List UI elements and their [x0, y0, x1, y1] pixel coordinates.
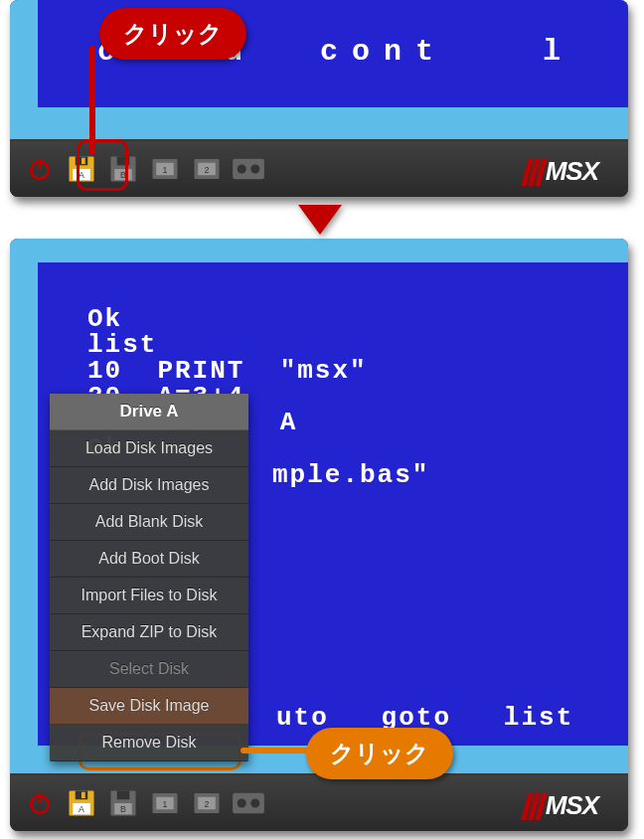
menu-item-import-files[interactable]: Import Files to Disk: [50, 578, 248, 614]
power-icon[interactable]: [22, 785, 58, 821]
menu-item-remove-disk[interactable]: Remove Disk: [50, 725, 248, 761]
menu-header: Drive A: [50, 394, 248, 430]
emulator-panel-bottom: Ok list 10 PRINT "msx" 20 A=3+4 30 PRINT…: [10, 239, 628, 831]
floppy-a-icon[interactable]: A: [64, 785, 99, 821]
cartridge-1-icon[interactable]: 1: [147, 151, 183, 187]
callout-line-bottom: [241, 748, 310, 754]
menu-item-select-disk: Select Disk: [50, 651, 248, 688]
svg-rect-24: [81, 792, 85, 798]
cartridge-2-icon[interactable]: 2: [189, 151, 225, 187]
cartridge-1-icon[interactable]: 1: [147, 785, 183, 821]
svg-text:1: 1: [163, 799, 168, 809]
menu-item-load-disk-images[interactable]: Load Disk Images: [50, 430, 248, 467]
cassette-icon[interactable]: [231, 785, 266, 821]
callout-line-top: [89, 46, 95, 155]
save-line-text: mple.bas": [272, 463, 429, 487]
cassette-icon[interactable]: [231, 151, 266, 187]
highlight-floppy-a: [77, 139, 128, 191]
menu-item-add-blank-disk[interactable]: Add Blank Disk: [50, 504, 248, 541]
svg-point-19: [250, 164, 259, 173]
drive-a-menu: Drive A Load Disk Images Add Disk Images…: [50, 394, 248, 761]
arrow-down-icon: [298, 205, 342, 235]
power-icon[interactable]: [22, 151, 58, 187]
svg-point-18: [238, 164, 246, 173]
floppy-b-icon[interactable]: B: [105, 785, 141, 821]
svg-point-38: [238, 798, 246, 807]
menu-item-add-disk-images[interactable]: Add Disk Images: [50, 467, 248, 504]
msx-logo: MSX: [525, 790, 598, 821]
svg-point-39: [250, 798, 259, 807]
menu-item-add-boot-disk[interactable]: Add Boot Disk: [50, 541, 248, 578]
svg-text:2: 2: [205, 165, 210, 175]
svg-rect-28: [117, 791, 130, 800]
callout-click-bottom: クリック: [306, 728, 453, 779]
menu-item-save-disk-image[interactable]: Save Disk Image: [50, 688, 248, 725]
callout-click-top: クリック: [99, 8, 246, 60]
menu-item-expand-zip[interactable]: Expand ZIP to Disk: [50, 614, 248, 651]
svg-text:2: 2: [205, 799, 210, 809]
msx-logo: MSX: [525, 156, 598, 187]
svg-text:B: B: [120, 804, 126, 814]
svg-text:A: A: [79, 804, 84, 814]
fnkey-bar-text: uto goto list ru: [276, 706, 628, 730]
cartridge-2-icon[interactable]: 2: [189, 785, 225, 821]
svg-text:1: 1: [163, 165, 168, 175]
emulator-toolbar: A B 1 2 MSX: [10, 775, 628, 831]
